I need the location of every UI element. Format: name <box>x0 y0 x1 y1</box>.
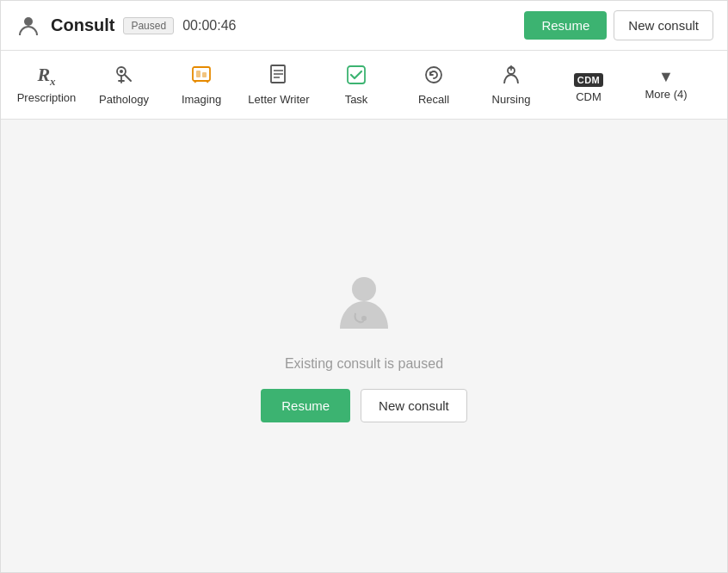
header-right: Resume New consult <box>524 10 713 40</box>
toolbar-label-imaging: Imaging <box>182 93 221 106</box>
toolbar-item-imaging[interactable]: Imaging <box>163 54 240 116</box>
resume-button-header[interactable]: Resume <box>524 11 607 40</box>
toolbar-label-cdm: CDM <box>576 90 602 103</box>
svg-point-16 <box>426 67 441 83</box>
svg-rect-6 <box>193 67 210 81</box>
new-consult-button-header[interactable]: New consult <box>614 10 713 40</box>
task-icon <box>345 64 367 89</box>
toolbar-item-letter-writer[interactable]: Letter Writer <box>240 54 318 116</box>
more-chevron-icon: ▼ <box>658 69 674 84</box>
toolbar-item-nursing[interactable]: Nursing <box>472 54 550 116</box>
toolbar-label-letter-writer: Letter Writer <box>248 93 309 106</box>
toolbar-label-prescription: Prescription <box>17 91 77 104</box>
paused-panel: Existing consult is paused Resume New co… <box>261 270 467 422</box>
resume-button-main[interactable]: Resume <box>261 389 350 422</box>
paused-actions: Resume New consult <box>261 389 467 422</box>
recall-icon <box>423 64 445 89</box>
svg-line-2 <box>125 75 131 81</box>
page-title: Consult <box>51 15 114 35</box>
toolbar-label-recall: Recall <box>418 93 449 106</box>
header: Consult Paused 00:00:46 Resume New consu… <box>1 1 727 51</box>
timer-display: 00:00:46 <box>182 18 236 34</box>
svg-rect-8 <box>202 72 207 77</box>
toolbar: Rx Prescription Pathology <box>1 51 727 120</box>
prescription-icon: Rx <box>37 65 55 87</box>
main-content: Existing consult is paused Resume New co… <box>1 120 727 572</box>
toolbar-item-recall[interactable]: Recall <box>395 54 472 116</box>
toolbar-label-more: More (4) <box>645 88 687 101</box>
user-avatar-icon <box>15 12 42 40</box>
new-consult-button-main[interactable]: New consult <box>361 389 467 422</box>
svg-point-0 <box>24 17 33 26</box>
cdm-icon: CDM <box>574 66 604 87</box>
app-container: Consult Paused 00:00:46 Resume New consu… <box>0 0 728 573</box>
toolbar-label-pathology: Pathology <box>99 93 149 106</box>
header-left: Consult Paused 00:00:46 <box>15 12 514 40</box>
toolbar-item-prescription[interactable]: Rx Prescription <box>8 54 85 116</box>
svg-point-20 <box>352 277 376 301</box>
toolbar-item-pathology[interactable]: Pathology <box>85 54 163 116</box>
pathology-icon <box>113 64 135 89</box>
letter-writer-icon <box>268 64 289 89</box>
doctor-icon <box>330 270 398 339</box>
toolbar-label-task: Task <box>345 93 368 106</box>
svg-point-5 <box>120 70 123 73</box>
svg-rect-7 <box>196 71 201 77</box>
imaging-icon <box>190 64 213 89</box>
toolbar-item-cdm[interactable]: CDM CDM <box>550 54 627 116</box>
status-badge: Paused <box>123 17 174 34</box>
nursing-icon <box>500 64 522 89</box>
svg-point-21 <box>361 316 367 321</box>
toolbar-label-nursing: Nursing <box>492 93 531 106</box>
toolbar-item-task[interactable]: Task <box>318 54 395 116</box>
toolbar-item-more[interactable]: ▼ More (4) <box>627 54 705 116</box>
paused-message: Existing consult is paused <box>285 356 443 372</box>
